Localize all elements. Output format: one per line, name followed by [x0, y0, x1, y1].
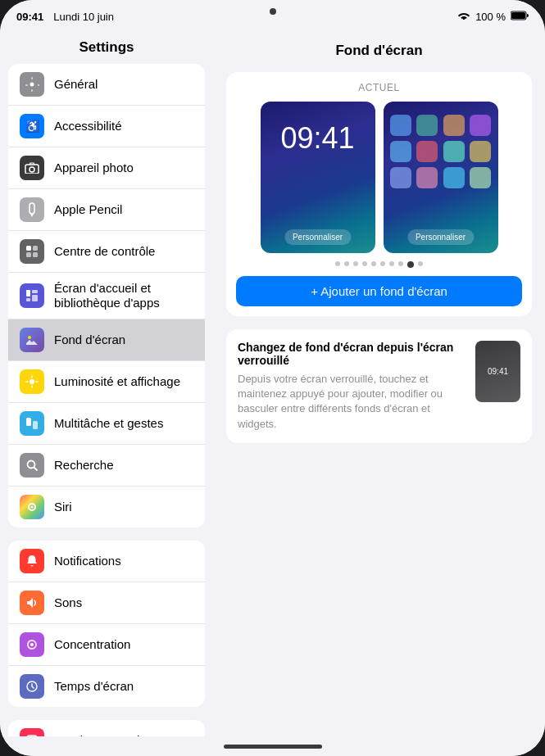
sounds-icon [20, 591, 44, 615]
homescreen-icon [20, 283, 44, 308]
dot-0 [335, 261, 340, 266]
sidebar-label-accessibility: Accessibilité [54, 119, 122, 134]
sidebar-item-multitask[interactable]: Multitâche et gestes [8, 403, 205, 445]
lockscreen-preview[interactable]: 09:41 Personnaliser [261, 102, 375, 253]
sidebar-label-siri: Siri [54, 500, 72, 514]
sidebar-label-control: Centre de contrôle [54, 244, 155, 259]
multitask-icon [20, 411, 44, 436]
add-wallpaper-button[interactable]: + Ajouter un fond d'écran [236, 276, 522, 306]
sidebar-label-brightness: Luminosité et affichage [54, 374, 180, 389]
home-indicator [0, 736, 545, 756]
sidebar-label-general: Général [54, 77, 98, 92]
svg-rect-7 [33, 246, 38, 251]
sidebar-label-camera: Appareil photo [54, 161, 134, 175]
main-content: Settings Général ♿ Accessibilité Apparei… [0, 29, 545, 736]
dot-1 [344, 261, 349, 266]
svg-rect-12 [32, 295, 38, 301]
sidebar-item-control[interactable]: Centre de contrôle [8, 231, 205, 273]
info-section: Changez de fond d'écran depuis l'écran v… [226, 329, 532, 443]
sidebar-label-focus: Concentration [54, 637, 130, 652]
sidebar-item-camera[interactable]: Appareil photo [8, 147, 205, 189]
sidebar-item-wallpaper[interactable]: Fond d'écran [8, 319, 205, 361]
dot-2 [353, 261, 358, 266]
svg-rect-9 [33, 252, 38, 257]
info-title: Changez de fond d'écran depuis l'écran v… [238, 341, 464, 367]
homescreen-personaliser[interactable]: Personnaliser [407, 229, 474, 245]
status-date: Lundi 10 juin [53, 11, 114, 23]
sidebar-item-general[interactable]: Général [8, 64, 205, 106]
wallpaper-section: ACTUEL 09:41 Personnaliser [226, 72, 532, 316]
svg-rect-20 [26, 418, 31, 426]
wallpaper-previews: 09:41 Personnaliser [236, 102, 522, 253]
actuel-label: ACTUEL [236, 82, 522, 93]
camera-icon [20, 156, 44, 180]
right-panel: Fond d'écran ACTUEL 09:41 Personnaliser [213, 29, 545, 736]
svg-point-15 [30, 379, 34, 384]
dot-6 [389, 261, 394, 266]
sidebar-item-pencil[interactable]: Apple Pencil [8, 189, 205, 231]
sidebar-section-1: Général ♿ Accessibilité Appareil photo [8, 64, 205, 527]
wallpaper-icon [20, 328, 44, 352]
pencil-icon [20, 197, 44, 222]
dot-7 [398, 261, 403, 266]
ipad-frame: 09:41 Lundi 10 juin 100 % Settings Génér… [0, 0, 545, 756]
lockscreen-personaliser[interactable]: Personnaliser [284, 229, 351, 245]
focus-icon [20, 632, 44, 657]
sidebar-item-homescreen[interactable]: Écran d'accueil et bibliothèque d'apps [8, 273, 205, 319]
brightness-icon [20, 369, 44, 394]
info-text: Changez de fond d'écran depuis l'écran v… [238, 341, 464, 432]
page-dots [236, 261, 522, 268]
camera-notch [270, 8, 276, 15]
sidebar-title: Settings [0, 29, 213, 64]
sidebar-item-touchid[interactable]: Touch ID et code [8, 720, 205, 736]
info-body: Depuis votre écran verrouillé, touchez e… [238, 372, 464, 432]
sidebar-item-screentime[interactable]: Temps d'écran [8, 666, 205, 707]
search-icon [20, 453, 44, 478]
panel-title: Fond d'écran [226, 43, 532, 59]
sidebar-label-search: Recherche [54, 458, 114, 473]
svg-point-14 [28, 336, 31, 339]
svg-rect-13 [26, 298, 30, 301]
lockscreen-time: 09:41 [261, 121, 375, 156]
sidebar-item-search[interactable]: Recherche [8, 445, 205, 487]
homescreen-preview[interactable]: Personnaliser [384, 102, 498, 253]
sidebar-label-screentime: Temps d'écran [54, 679, 134, 694]
dot-3 [362, 261, 367, 266]
svg-rect-8 [26, 252, 31, 257]
sidebar-item-brightness[interactable]: Luminosité et affichage [8, 361, 205, 403]
thumbnail-time: 09:41 [488, 367, 508, 376]
svg-point-25 [31, 506, 34, 509]
info-thumbnail: 09:41 [475, 341, 520, 402]
sidebar-item-sounds[interactable]: Sons [8, 582, 205, 624]
dot-9 [418, 261, 423, 266]
svg-rect-21 [33, 421, 38, 429]
svg-rect-5 [30, 203, 34, 214]
status-time: 09:41 [16, 11, 43, 23]
home-bar [224, 745, 322, 749]
sidebar-label-sounds: Sons [54, 595, 82, 610]
sidebar-item-siri[interactable]: Siri [8, 487, 205, 527]
sidebar-label-homescreen: Écran d'accueil et bibliothèque d'apps [54, 281, 193, 310]
svg-line-23 [34, 468, 38, 471]
homescreen-icons [390, 115, 492, 188]
touchid-icon [20, 728, 44, 736]
sidebar-item-focus[interactable]: Concentration [8, 624, 205, 666]
siri-icon [20, 495, 44, 519]
svg-rect-6 [26, 246, 31, 251]
svg-rect-11 [32, 290, 38, 293]
dot-4 [371, 261, 376, 266]
sidebar-label-multitask: Multitâche et gestes [54, 416, 163, 431]
battery-label: 100 % [475, 11, 506, 23]
svg-rect-10 [26, 290, 30, 297]
sidebar-item-notifications[interactable]: Notifications [8, 541, 205, 582]
general-icon [20, 72, 44, 97]
control-icon [20, 239, 44, 264]
sidebar-item-accessibility[interactable]: ♿ Accessibilité [8, 106, 205, 147]
sidebar-label-wallpaper: Fond d'écran [54, 333, 125, 347]
status-indicators: 100 % [457, 9, 529, 24]
battery-icon [511, 9, 529, 24]
status-bar: 09:41 Lundi 10 juin 100 % [0, 0, 545, 29]
sidebar-label-notifications: Notifications [54, 554, 121, 568]
sidebar-section-2: Notifications Sons Concentration [8, 541, 205, 707]
svg-rect-1 [511, 12, 525, 19]
